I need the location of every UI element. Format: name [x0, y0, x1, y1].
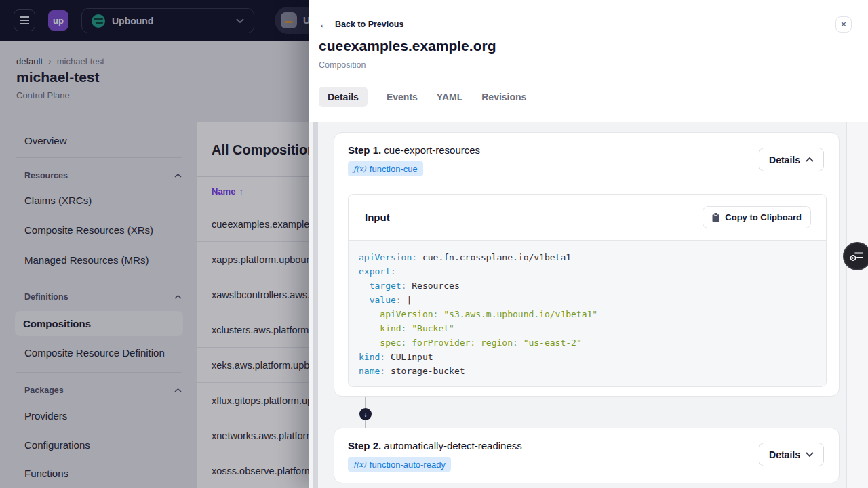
- close-icon: ✕: [840, 20, 847, 29]
- step-name: automatically-detect-readiness: [384, 440, 521, 451]
- function-name: function-auto-ready: [370, 460, 446, 470]
- code-line: kind: "Bucket": [359, 321, 826, 336]
- input-title: Input: [365, 211, 390, 223]
- composition-detail-panel: ← Back to Previous cueexamples.example.o…: [309, 0, 868, 488]
- step-connector-arrow-icon: ↓: [359, 408, 372, 420]
- step-number: Step 1.: [348, 144, 381, 156]
- changelog-icon: [850, 250, 865, 262]
- back-arrow-icon: ←: [319, 18, 329, 30]
- code-line: apiVersion: cue.fn.crossplane.io/v1beta1: [359, 250, 826, 264]
- back-label: Back to Previous: [335, 20, 403, 29]
- function-badge: ƒ(x) function-auto-ready: [348, 457, 451, 472]
- chevron-up-icon: [806, 157, 814, 162]
- panel-subtitle: Composition: [319, 60, 366, 70]
- code-line: value: |: [359, 293, 826, 307]
- tab-details[interactable]: Details: [319, 87, 368, 107]
- code-line: export:: [359, 264, 826, 279]
- back-to-previous-button[interactable]: ← Back to Previous: [319, 18, 403, 30]
- feedback-widget-button[interactable]: [843, 242, 868, 270]
- function-name: function-cue: [370, 164, 418, 174]
- pipeline-step-2-card: Step 2. automatically-detect-readiness ƒ…: [334, 428, 840, 483]
- function-icon: ƒ(x): [353, 165, 366, 174]
- input-card: Input Copy to Clipboard apiVersion: cue.…: [348, 194, 827, 387]
- code-line: spec: forProvider: region: "us-east-2": [359, 336, 826, 350]
- panel-tabs: Details Events YAML Revisions: [319, 87, 526, 107]
- step-number: Step 2.: [348, 440, 381, 451]
- clipboard-icon: [712, 213, 719, 222]
- panel-right-scroll-zone: [846, 122, 868, 488]
- details-label: Details: [769, 449, 800, 460]
- code-line: name: storage-bucket: [359, 364, 826, 378]
- close-panel-button[interactable]: ✕: [835, 16, 852, 33]
- code-line: apiVersion: "s3.aws.m.upbound.io/v1beta1…: [359, 307, 826, 321]
- tab-events[interactable]: Events: [387, 92, 418, 102]
- function-badge: ƒ(x) function-cue: [348, 161, 423, 176]
- tab-yaml[interactable]: YAML: [437, 92, 462, 102]
- copy-to-clipboard-button[interactable]: Copy to Clipboard: [703, 206, 811, 228]
- chevron-down-icon: [806, 452, 814, 457]
- function-icon: ƒ(x): [353, 460, 366, 469]
- details-label: Details: [769, 155, 800, 165]
- code-line: kind: CUEInput: [359, 350, 826, 364]
- step-2-details-button[interactable]: Details: [759, 443, 824, 466]
- code-line: target: Resources: [359, 279, 826, 293]
- step-1-heading: Step 1. cue-export-resources: [348, 144, 480, 156]
- input-card-header: Input Copy to Clipboard: [349, 195, 826, 240]
- tab-revisions[interactable]: Revisions: [481, 92, 526, 102]
- input-code-block: apiVersion: cue.fn.crossplane.io/v1beta1…: [349, 240, 826, 386]
- pipeline-step-1-card: Step 1. cue-export-resources ƒ(x) functi…: [334, 132, 840, 396]
- step-2-heading: Step 2. automatically-detect-readiness: [348, 440, 522, 451]
- copy-label: Copy to Clipboard: [725, 212, 802, 222]
- panel-scrollbar[interactable]: [313, 122, 318, 488]
- panel-content: Step 1. cue-export-resources ƒ(x) functi…: [309, 122, 868, 488]
- panel-title: cueexamples.example.org: [319, 38, 496, 54]
- step-1-details-button[interactable]: Details: [759, 148, 824, 171]
- step-name: cue-export-resources: [384, 144, 480, 156]
